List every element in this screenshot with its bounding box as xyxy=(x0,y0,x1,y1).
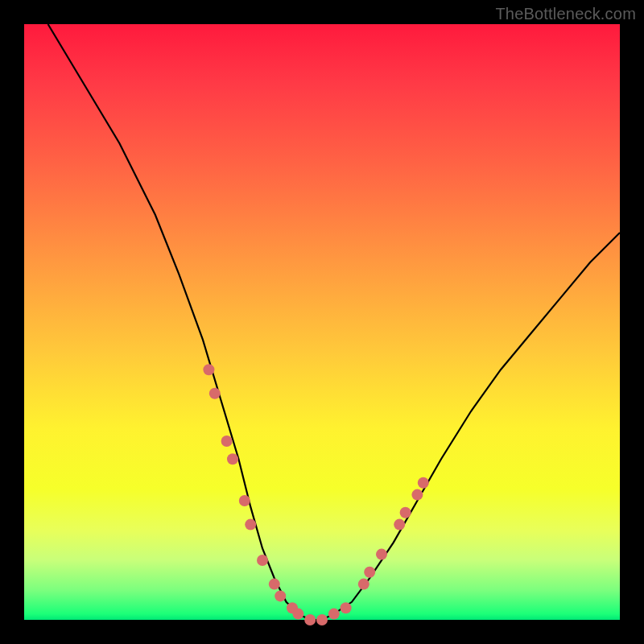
curve-marker xyxy=(394,519,405,530)
curve-marker xyxy=(376,549,387,560)
curve-marker xyxy=(364,567,375,578)
bottleneck-curve-svg xyxy=(24,24,620,620)
curve-markers xyxy=(203,364,428,625)
curve-marker xyxy=(227,453,238,464)
curve-marker xyxy=(358,579,369,590)
curve-marker xyxy=(304,614,316,625)
curve-marker xyxy=(316,614,328,625)
curve-marker xyxy=(239,495,250,506)
curve-marker xyxy=(269,579,280,590)
plot-area xyxy=(24,24,620,620)
curve-marker xyxy=(400,507,411,518)
curve-marker xyxy=(203,364,214,375)
curve-marker xyxy=(292,609,303,620)
curve-marker xyxy=(245,519,256,530)
chart-frame: TheBottleneck.com xyxy=(0,0,644,644)
curve-marker xyxy=(418,477,429,489)
bottleneck-curve xyxy=(48,24,620,620)
curve-marker xyxy=(341,602,352,613)
curve-marker xyxy=(221,436,233,447)
curve-marker xyxy=(275,590,286,601)
curve-marker xyxy=(328,609,340,620)
curve-marker xyxy=(411,489,423,501)
curve-marker xyxy=(257,555,268,566)
curve-marker xyxy=(209,388,221,399)
watermark-text: TheBottleneck.com xyxy=(495,5,636,23)
